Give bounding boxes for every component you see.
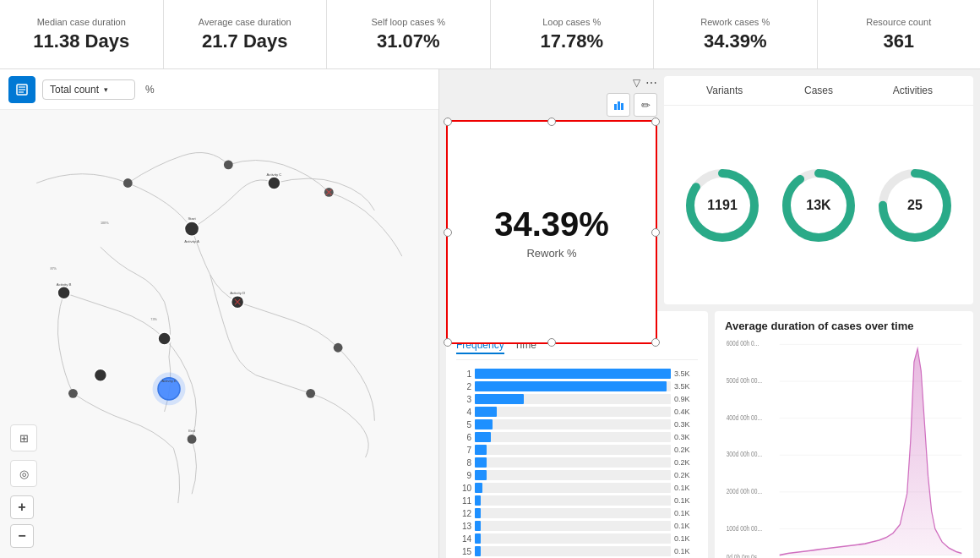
bar-fill [475, 445, 487, 455]
edit-button[interactable]: ✏ [634, 93, 657, 117]
svg-rect-36 [621, 103, 623, 110]
bar-track [475, 419, 671, 429]
svg-point-18 [188, 435, 197, 444]
activities-donut: 25 [873, 163, 957, 248]
metric-dropdown[interactable]: Total count ▾ [42, 79, 135, 100]
list-item[interactable]: 15 0.1K [456, 546, 698, 556]
svg-rect-35 [618, 101, 620, 110]
kpi-bar: Median case duration 11.38 Days Average … [0, 0, 980, 69]
doc-view-button[interactable] [8, 76, 35, 103]
stats-circles-panel: Variants Cases Activities 1191 [664, 76, 973, 304]
right-panel: ▽ ⋯ ✏ [439, 69, 980, 558]
duration-chart-area: 600d 00h 0... 500d 00h 00... 400d 00h 00… [725, 336, 963, 558]
metric-dropdown-label: Total count [50, 84, 99, 96]
duration-panel: Average duration of cases over time 600d… [715, 311, 973, 558]
stats-header: Variants Cases Activities [664, 76, 973, 106]
kpi-rework-value: 34.39% [704, 30, 767, 52]
bar-value: 0.3K [674, 420, 698, 429]
svg-point-17 [306, 389, 315, 398]
stat-header-activities: Activities [866, 85, 960, 96]
svg-text:100d 00h 00...: 100d 00h 00... [727, 524, 762, 533]
stat-header-cases: Cases [771, 85, 865, 96]
more-icon[interactable]: ⋯ [645, 76, 657, 90]
kpi-rework: Rework cases % 34.39% [654, 0, 818, 68]
bar-track [475, 546, 671, 556]
stat-header-variants: Variants [678, 85, 771, 96]
bar-track [475, 495, 671, 506]
svg-text:73%: 73% [150, 318, 157, 321]
bar-fill [475, 407, 497, 417]
kpi-avg-duration: Average case duration 21.7 Days [164, 0, 328, 68]
bar-track [475, 533, 671, 544]
bar-number: 10 [456, 484, 471, 493]
top-right-section: ▽ ⋯ ✏ [446, 76, 973, 304]
bar-track [475, 483, 671, 493]
zoom-out-button[interactable]: − [10, 524, 34, 548]
bar-value: 0.3K [674, 433, 698, 441]
list-item[interactable]: 3 0.9K [456, 394, 698, 404]
list-item[interactable]: 9 0.2K [456, 470, 698, 480]
list-item[interactable]: 6 0.3K [456, 432, 698, 442]
kpi-avg-label: Average case duration [199, 17, 291, 27]
main-content: Total count ▾ % [0, 69, 980, 558]
kpi-median-label: Median case duration [37, 17, 126, 27]
bar-fill [475, 483, 482, 493]
bar-value: 0.4K [674, 408, 698, 416]
svg-text:600d 00h 0...: 600d 00h 0... [727, 340, 760, 348]
left-panel: Total count ▾ % [0, 69, 439, 558]
list-item[interactable]: 5 0.3K [456, 419, 698, 429]
variants-stat: 1191 [680, 163, 765, 248]
bar-track [475, 381, 671, 391]
bar-number: 15 [456, 547, 471, 556]
bar-number: 3 [456, 395, 471, 404]
list-item[interactable]: 12 0.1K [456, 508, 698, 518]
svg-text:200d 00h 00...: 200d 00h 00... [727, 487, 762, 495]
bar-value: 0.2K [674, 471, 698, 479]
target-button[interactable]: ◎ [10, 460, 37, 487]
kpi-self-loop-label: Self loop cases % [372, 17, 445, 27]
zoom-in-button[interactable]: + [10, 495, 34, 519]
svg-text:Activity C: Activity C [266, 172, 281, 177]
bar-number: 2 [456, 382, 471, 391]
variants-bars: 1 3.5K 2 3.5K 3 0.9K 4 0.4K 5 0.3K 6 0. [456, 369, 698, 558]
bar-value: 0.1K [674, 496, 698, 505]
chart-bar-button[interactable] [607, 93, 630, 117]
bar-value: 0.2K [674, 446, 698, 454]
list-item[interactable]: 4 0.4K [456, 407, 698, 417]
kpi-loop-label: Loop cases % [542, 17, 601, 27]
svg-point-10 [268, 177, 280, 189]
svg-point-14 [224, 160, 233, 169]
list-item[interactable]: 7 0.2K [456, 445, 698, 455]
svg-text:Start: Start [188, 216, 196, 221]
handle-ml [444, 228, 452, 237]
cases-stat: 13K [776, 163, 861, 248]
bar-value: 0.1K [674, 484, 698, 492]
chevron-down-icon: ▾ [104, 85, 108, 94]
bar-number: 6 [456, 433, 471, 442]
list-item[interactable]: 11 0.1K [456, 495, 698, 506]
kpi-self-loop-value: 31.07% [377, 30, 440, 52]
svg-text:400d 00h 00...: 400d 00h 00... [727, 413, 762, 422]
list-item[interactable]: 13 0.1K [456, 521, 698, 531]
bar-value: 0.1K [674, 534, 698, 543]
svg-text:Activity E: Activity E [161, 379, 177, 383]
list-item[interactable]: 8 0.2K [456, 457, 698, 468]
grid-button[interactable]: ⊞ [10, 424, 37, 451]
list-item[interactable]: 2 3.5K [456, 381, 698, 391]
widget-overlay-area: ▽ ⋯ ✏ [446, 76, 657, 304]
svg-text:0d 0h 0m 0s: 0d 0h 0m 0s [727, 553, 758, 558]
kpi-resource: Resource count 361 [818, 0, 981, 68]
bar-track [475, 470, 671, 480]
list-item[interactable]: 14 0.1K [456, 533, 698, 544]
handle-bl [444, 338, 452, 347]
rework-widget: 34.39% Rework % [446, 120, 657, 344]
list-item[interactable]: 10 0.1K [456, 483, 698, 493]
svg-point-19 [68, 389, 78, 398]
bar-number: 14 [456, 534, 471, 544]
list-item[interactable]: 1 3.5K [456, 369, 698, 379]
svg-text:87%: 87% [50, 267, 57, 271]
handle-mr [651, 228, 660, 237]
bar-track [475, 407, 671, 417]
handle-tl [444, 118, 452, 126]
bar-number: 5 [456, 420, 471, 429]
